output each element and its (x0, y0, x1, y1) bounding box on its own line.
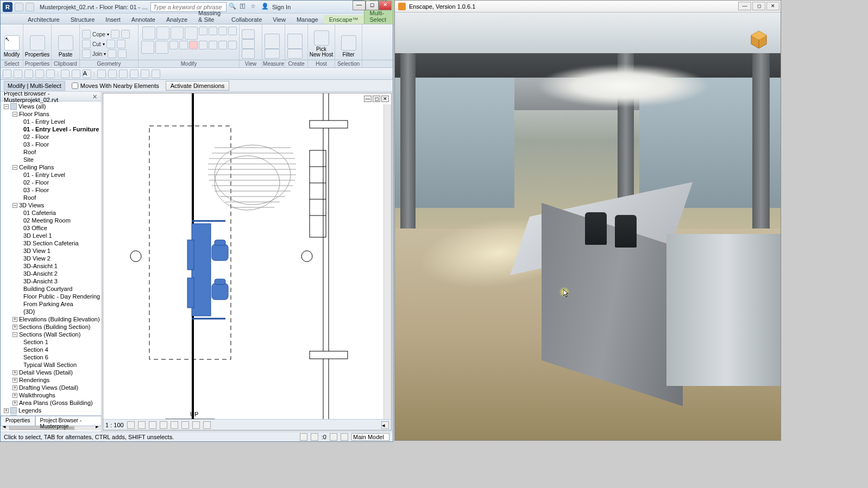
node-3d-13[interactable]: {3D} (2, 308, 100, 315)
qat-open-icon[interactable] (14, 69, 22, 78)
measure-icon[interactable] (265, 34, 280, 49)
node-3d-0[interactable]: 01 Cafeteria (2, 209, 100, 217)
node-3d-2[interactable]: 03 Office (2, 224, 100, 232)
align-icon[interactable] (155, 41, 168, 54)
trim-icon[interactable] (185, 27, 198, 40)
node-3d-7[interactable]: 3D-Ansicht 1 (2, 262, 100, 270)
tool-c-icon[interactable] (218, 41, 227, 49)
star-icon[interactable]: ☆ (250, 3, 259, 11)
key-icon[interactable]: ⚿ (240, 3, 248, 11)
node-sections-w[interactable]: −Sections (Wall Section) (2, 331, 100, 338)
qat-text-icon[interactable]: A (83, 69, 91, 78)
node-3d-8[interactable]: 3D-Ansicht 2 (2, 270, 100, 277)
reveal-icon[interactable] (203, 421, 211, 429)
browser-tree[interactable]: −Views (all) −Floor Plans 01 - Entry Lev… (1, 102, 101, 422)
node-cp-3[interactable]: Roof (2, 194, 100, 201)
rotate-icon[interactable] (171, 27, 184, 40)
node-3d-6[interactable]: 3D View 2 (2, 255, 100, 262)
main-model-select[interactable] (351, 433, 389, 441)
user-icon[interactable]: 👤 (261, 3, 270, 11)
modify-button[interactable]: ↖Modify (3, 34, 21, 59)
qat-save-icon[interactable] (26, 3, 34, 11)
qat-new-icon[interactable] (3, 69, 11, 78)
qat-switch-icon[interactable] (141, 69, 149, 78)
geom-icon-e[interactable] (108, 49, 116, 58)
move-icon[interactable] (142, 27, 155, 40)
geom-icon-d[interactable] (117, 40, 125, 48)
filter-status-icon[interactable] (330, 433, 337, 441)
qat-save-icon[interactable] (24, 69, 33, 78)
offset-icon[interactable] (141, 41, 154, 54)
geom-icon-b[interactable] (121, 30, 130, 39)
node-cp-1[interactable]: 02 - Floor (2, 179, 100, 186)
split-icon[interactable] (209, 27, 217, 35)
node-elevations[interactable]: +Elevations (Building Elevation) (2, 315, 100, 323)
node-3d-views[interactable]: −3D Views (2, 201, 100, 209)
minimize-button[interactable]: — (353, 1, 366, 10)
node-sw-1[interactable]: Section 4 (2, 346, 100, 353)
node-sw-0[interactable]: Section 1 (2, 338, 100, 346)
node-fp-1[interactable]: 01 - Entry Level - Furniture (2, 125, 100, 133)
tab-collaborate[interactable]: Collaborate (226, 15, 267, 24)
crop-icon[interactable] (171, 421, 178, 429)
qat-undo-icon[interactable] (35, 69, 44, 78)
paste-button[interactable]: Paste (54, 34, 77, 59)
geom-icon-c[interactable] (106, 40, 115, 48)
properties-button[interactable]: Properties (26, 34, 49, 59)
node-legends[interactable]: +Legends (2, 407, 100, 414)
node-fp-3[interactable]: 03 - Floor (2, 141, 100, 148)
signin-link[interactable]: Sign In (272, 4, 291, 10)
moves-with-checkbox[interactable]: Moves With Nearby Elements (72, 83, 159, 89)
node-sw-2[interactable]: Section 6 (2, 353, 100, 361)
close-button[interactable]: ✕ (379, 1, 392, 10)
tab-architecture[interactable]: Architecture (22, 15, 65, 24)
dimension-icon[interactable] (265, 49, 280, 59)
enscape-minimize-button[interactable]: — (738, 2, 751, 10)
qat-sync-icon[interactable] (152, 69, 160, 78)
node-ceiling-plans[interactable]: −Ceiling Plans (2, 163, 100, 171)
scale-label[interactable]: 1 : 100 (105, 422, 124, 428)
node-views-all[interactable]: −Views (all) (2, 103, 100, 110)
geom-icon-a[interactable] (111, 30, 119, 39)
node-sections-b[interactable]: +Sections (Building Section) (2, 323, 100, 331)
mirror-icon[interactable] (199, 27, 207, 35)
node-renderings[interactable]: +Renderings (2, 376, 100, 384)
render-viewport[interactable] (395, 12, 781, 440)
enscape-close-button[interactable]: ✕ (766, 2, 779, 10)
node-fp-2[interactable]: 02 - Floor (2, 133, 100, 141)
node-drafting[interactable]: +Drafting Views (Detail) (2, 384, 100, 391)
tab-browser-panel[interactable]: Project Browser - Musterproje... (35, 416, 102, 426)
tab-massing[interactable]: Massing & Site (193, 9, 226, 24)
node-3d-9[interactable]: 3D-Ansicht 3 (2, 277, 100, 285)
node-fp-4[interactable]: Roof (2, 148, 100, 156)
node-floor-plans[interactable]: −Floor Plans (2, 110, 100, 118)
search-icon[interactable]: 🔍 (229, 3, 237, 11)
node-3d-11[interactable]: Floor Public - Day Rendering (2, 293, 100, 300)
tab-insert[interactable]: Insert (100, 15, 126, 24)
view-max-icon[interactable]: ◻ (373, 96, 380, 102)
node-fp-5[interactable]: Site (2, 156, 100, 163)
scroll-left-icon[interactable]: ◂ (381, 421, 389, 429)
node-3d-1[interactable]: 02 Meeting Room (2, 217, 100, 224)
canvas-vscroll[interactable] (383, 104, 391, 419)
node-3d-4[interactable]: 3D Section Cafeteria (2, 239, 100, 247)
qat-redo-icon[interactable] (46, 69, 55, 78)
node-3d-12[interactable]: From Parking Area (2, 300, 100, 308)
qat-3d-icon[interactable] (97, 69, 106, 78)
qat-close-icon[interactable] (130, 69, 139, 78)
copy-icon[interactable] (156, 27, 169, 40)
drawing-canvas[interactable]: — ◻ ✕ (103, 93, 392, 430)
node-fp-0[interactable]: 01 - Entry Level (2, 118, 100, 125)
view-icon-c[interactable] (242, 49, 255, 59)
delete-icon[interactable] (189, 41, 198, 49)
node-cp-0[interactable]: 01 - Entry Level (2, 171, 100, 179)
crop-region-icon[interactable] (181, 421, 189, 429)
tab-properties-panel[interactable]: Properties (1, 416, 35, 426)
tool-b-icon[interactable] (209, 41, 217, 49)
design-options-icon[interactable] (311, 433, 318, 441)
tab-annotate[interactable]: Annotate (126, 15, 161, 24)
view-close-icon[interactable]: ✕ (381, 96, 389, 102)
node-3d-5[interactable]: 3D View 1 (2, 247, 100, 255)
enscape-maximize-button[interactable]: ◻ (752, 2, 765, 10)
tab-view[interactable]: View (267, 15, 291, 24)
